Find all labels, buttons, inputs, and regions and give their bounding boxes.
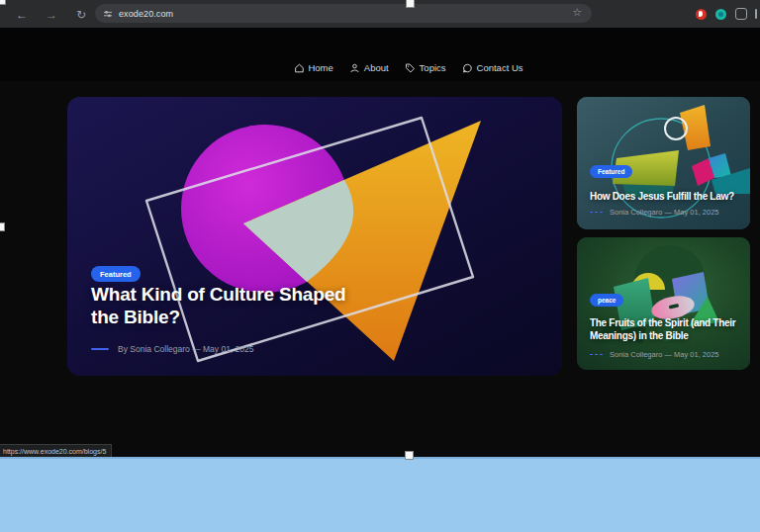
forward-icon[interactable]: → bbox=[44, 7, 59, 23]
nav-item-topics[interactable]: Topics bbox=[406, 62, 446, 73]
site-header: f ♪ Exode20 bbox=[0, 28, 760, 53]
extensions-puzzle-icon[interactable] bbox=[735, 8, 747, 20]
hero-byline: By Sonia Collegaro — May 01, 2025 bbox=[91, 344, 254, 354]
browser-toolbar: ← → ↻ exode20.com ☆ bbox=[0, 0, 760, 28]
selection-handle-bottom-center[interactable] bbox=[405, 451, 414, 460]
site-nav: Home About Topics Contact bbox=[0, 53, 760, 81]
hero-article-card[interactable]: Featured What Kind of Culture Shaped the… bbox=[67, 97, 562, 376]
selection-handle-top-center[interactable] bbox=[406, 0, 415, 8]
person-icon bbox=[350, 63, 360, 73]
home-icon bbox=[294, 63, 304, 73]
status-bar-url: https://www.exode20.com/blogs/5 bbox=[0, 444, 112, 458]
card-title[interactable]: The Fruits of the Spirit (and Their Mean… bbox=[590, 316, 740, 342]
selection-handle-left-middle[interactable] bbox=[0, 222, 5, 231]
byline-text: Sonia Collegaro — May 01, 2025 bbox=[610, 350, 718, 359]
nav-label: Topics bbox=[420, 62, 446, 73]
screenshot-stage: ← → ↻ exode20.com ☆ f ♪ bbox=[0, 0, 760, 532]
nav-item-about[interactable]: About bbox=[350, 62, 389, 73]
card-byline: Sonia Collegaro — May 01, 2025 bbox=[590, 208, 718, 217]
site-settings-icon bbox=[103, 9, 113, 19]
profile-icon-partial bbox=[755, 9, 757, 19]
selection-handle-top-left[interactable] bbox=[0, 0, 6, 5]
card-title[interactable]: How Does Jesus Fulfill the Law? bbox=[590, 190, 740, 203]
hero-abstract-art bbox=[67, 97, 562, 376]
card-badge: peace bbox=[590, 294, 623, 307]
extension-icon-teal[interactable] bbox=[715, 9, 726, 20]
page-content: Featured What Kind of Culture Shaped the… bbox=[0, 81, 760, 457]
sidebar-article-card[interactable]: peace The Fruits of the Spirit (and Thei… bbox=[577, 237, 750, 370]
hero-badge: Featured bbox=[91, 266, 141, 282]
desktop-background-strip bbox=[0, 457, 760, 532]
byline-dash bbox=[91, 348, 109, 350]
reload-icon[interactable]: ↻ bbox=[73, 7, 89, 23]
byline-dash bbox=[590, 212, 603, 214]
address-bar[interactable]: exode20.com ☆ bbox=[95, 4, 592, 23]
nav-label: Home bbox=[308, 62, 332, 73]
status-url-text: https://www.exode20.com/blogs/5 bbox=[3, 448, 106, 455]
byline-text: By Sonia Collegaro — May 01, 2025 bbox=[118, 344, 254, 354]
byline-text: Sonia Collegaro — May 01, 2025 bbox=[610, 208, 718, 217]
extension-icon-red[interactable] bbox=[696, 9, 707, 20]
chat-bubble-icon bbox=[463, 63, 473, 73]
byline-dash bbox=[590, 354, 603, 356]
hero-title[interactable]: What Kind of Culture Shaped the Bible? bbox=[91, 283, 378, 328]
sidebar-article-card[interactable]: Featured How Does Jesus Fulfill the Law?… bbox=[577, 97, 750, 229]
card-byline: Sonia Collegaro — May 01, 2025 bbox=[590, 350, 718, 359]
url-text: exode20.com bbox=[119, 9, 173, 19]
nav-label: About bbox=[364, 62, 389, 73]
bookmark-star-icon[interactable]: ☆ bbox=[572, 6, 582, 19]
nav-item-home[interactable]: Home bbox=[294, 62, 332, 73]
tag-icon bbox=[406, 63, 416, 73]
card-badge: Featured bbox=[590, 165, 632, 178]
back-icon[interactable]: ← bbox=[14, 7, 30, 23]
nav-label: Contact Us bbox=[477, 62, 523, 73]
nav-item-contact[interactable]: Contact Us bbox=[463, 62, 523, 73]
